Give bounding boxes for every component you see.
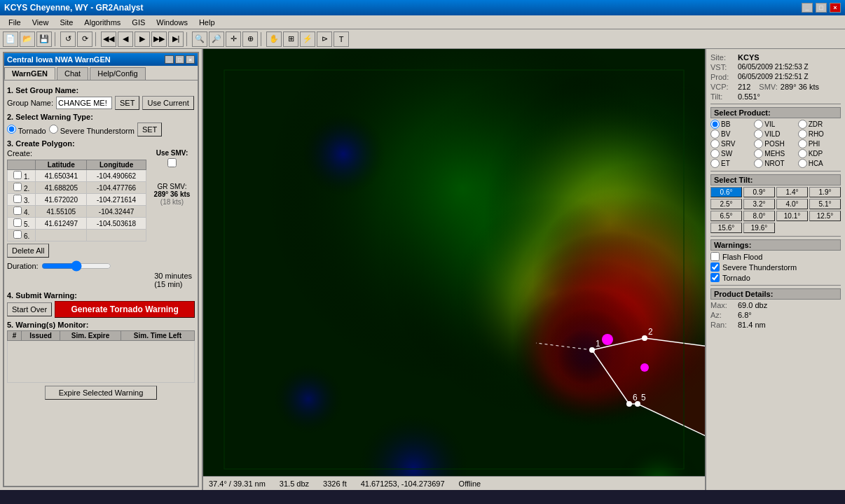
tab-help[interactable]: Help/Config — [90, 67, 145, 80]
overlay-button[interactable]: ⊞ — [283, 31, 298, 47]
tab-chat[interactable]: Chat — [57, 67, 88, 80]
warngen-close[interactable]: × — [186, 55, 195, 64]
product-BB[interactable]: BB — [710, 120, 753, 129]
prev-button[interactable]: ◀◀ — [101, 31, 116, 47]
loop-button[interactable]: ⟳ — [77, 31, 92, 47]
tilt-5.1[interactable]: 5.1° — [809, 199, 841, 209]
severe-ts-check[interactable] — [710, 262, 720, 272]
set-type-button[interactable]: SET — [137, 122, 162, 136]
polygon-rows: 1. 41.650341 -104.490662 2. 41.688205 -1… — [8, 170, 146, 241]
set-group-button[interactable]: SET — [115, 96, 139, 110]
product-KDP[interactable]: KDP — [798, 149, 841, 158]
tilt-3.2[interactable]: 3.2° — [743, 199, 775, 209]
new-button[interactable]: 📄 — [3, 31, 18, 47]
tornado-check[interactable] — [710, 273, 720, 282]
menu-help[interactable]: Help — [193, 15, 221, 29]
maximize-button[interactable]: □ — [816, 3, 827, 13]
product-ET[interactable]: ET — [710, 159, 753, 168]
use-current-button[interactable]: Use Current — [142, 96, 193, 110]
mon-issued-header: Issued — [21, 331, 60, 341]
back-button[interactable]: ◀ — [118, 31, 133, 47]
product-VILD[interactable]: VILD — [754, 130, 797, 139]
group-name-input[interactable] — [56, 97, 112, 109]
last-button[interactable]: ▶| — [168, 31, 184, 47]
severe-radio[interactable] — [49, 125, 58, 134]
lat-header: Latitude — [36, 160, 87, 170]
lightning-button[interactable]: ⚡ — [300, 31, 315, 47]
menu-gis[interactable]: GIS — [126, 15, 151, 29]
vel-button[interactable]: ⊳ — [317, 31, 332, 47]
severe-radio-label[interactable]: Severe Thunderstorm — [49, 125, 135, 135]
tilt-4.0[interactable]: 4.0° — [776, 199, 808, 209]
warngen-window-controls[interactable]: _ □ × — [165, 55, 195, 64]
close-button[interactable]: × — [830, 3, 841, 13]
minimize-button[interactable]: _ — [802, 3, 813, 13]
warning-type-row: Tornado Severe Thunderstorm SET — [7, 122, 195, 136]
map-area[interactable]: 37.4° / 39.31 nm 31.5 dbz 3326 ft 41.671… — [203, 49, 705, 490]
zoom-in-button[interactable]: 🔍 — [192, 31, 207, 47]
save-button[interactable]: 💾 — [36, 31, 52, 47]
warning-tornado[interactable]: Tornado — [710, 273, 841, 282]
warngen-title: Central Iowa NWA WarnGEN — [7, 55, 111, 64]
menu-windows[interactable]: Windows — [151, 15, 193, 29]
delete-all-button[interactable]: Delete All — [7, 244, 49, 258]
tilt-10.1[interactable]: 10.1° — [776, 211, 808, 221]
tilt-1.9[interactable]: 1.9° — [809, 187, 841, 197]
tornado-radio[interactable] — [7, 125, 16, 134]
tilt-6.5[interactable]: 6.5° — [710, 211, 742, 221]
warning-flash-flood[interactable]: Flash Flood — [710, 252, 841, 261]
tilt-19.6[interactable]: 19.6° — [743, 223, 775, 233]
product-VIL[interactable]: VIL — [754, 120, 797, 129]
tilt-15.6[interactable]: 15.6° — [710, 223, 742, 233]
tilt-2.5[interactable]: 2.5° — [710, 199, 742, 209]
menu-site[interactable]: Site — [54, 15, 78, 29]
generate-warning-button[interactable]: Generate Tornado Warning — [55, 301, 195, 318]
product-NROT[interactable]: NROT — [754, 159, 797, 168]
use-smv-label: Use SMV: — [149, 149, 195, 157]
open-button[interactable]: 📂 — [20, 31, 35, 47]
warning-severe-ts[interactable]: Severe Thunderstorm — [710, 262, 841, 272]
tornado-radio-label[interactable]: Tornado — [7, 125, 46, 135]
duration-slider[interactable] — [41, 260, 111, 272]
mode-display: Offline — [459, 479, 481, 488]
expire-warning-button[interactable]: Expire Selected Warning — [45, 386, 157, 400]
start-over-button[interactable]: Start Over — [7, 302, 52, 316]
tilt-0.6[interactable]: 0.6° — [710, 187, 742, 197]
vcp-value: 212 — [738, 83, 750, 91]
flash-flood-check[interactable] — [710, 252, 720, 261]
menu-view[interactable]: View — [27, 15, 55, 29]
play-button[interactable]: ▶ — [135, 31, 150, 47]
polygon-row: 5. 41.612497 -104.503618 — [8, 218, 146, 230]
refresh-button[interactable]: ↺ — [60, 31, 76, 47]
tilt-1.4[interactable]: 1.4° — [776, 187, 808, 197]
menu-file[interactable]: File — [3, 15, 27, 29]
site-label: Site: — [710, 53, 735, 62]
pan-button[interactable]: ✋ — [266, 31, 282, 47]
tab-warngen[interactable]: WarnGEN — [4, 67, 55, 80]
product-BV[interactable]: BV — [710, 130, 753, 139]
tilt-0.9[interactable]: 0.9° — [743, 187, 775, 197]
product-ZDR[interactable]: ZDR — [798, 120, 841, 129]
mon-timeleft-header: Sim. Time Left — [121, 331, 194, 341]
product-MEHS[interactable]: MEHS — [754, 149, 797, 158]
target-button[interactable]: ⊕ — [242, 31, 258, 47]
crosshair-button[interactable]: ✛ — [226, 31, 241, 47]
warngen-maximize[interactable]: □ — [175, 55, 184, 64]
product-SW[interactable]: SW — [710, 149, 753, 158]
tilt-12.5[interactable]: 12.5° — [809, 211, 841, 221]
product-HCA[interactable]: HCA — [798, 159, 841, 168]
smv-panel: Use SMV: GR SMV: 289° 36 kts (18 kts) — [149, 149, 195, 258]
prod-label: Prod: — [710, 73, 735, 81]
zoom-out-button[interactable]: 🔎 — [209, 31, 224, 47]
product-PHI[interactable]: PHI — [798, 139, 841, 148]
warngen-minimize[interactable]: _ — [165, 55, 174, 64]
use-smv-checkbox[interactable] — [167, 158, 177, 167]
product-SRV[interactable]: SRV — [710, 139, 753, 148]
window-controls[interactable]: _ □ × — [802, 3, 841, 13]
menu-algorithms[interactable]: Algorithms — [78, 15, 126, 29]
product-RHO[interactable]: RHO — [798, 130, 841, 139]
fast-fwd-button[interactable]: ▶▶ — [151, 31, 167, 47]
text-button[interactable]: T — [334, 31, 349, 47]
product-POSH[interactable]: POSH — [754, 139, 797, 148]
tilt-8.0[interactable]: 8.0° — [743, 211, 775, 221]
